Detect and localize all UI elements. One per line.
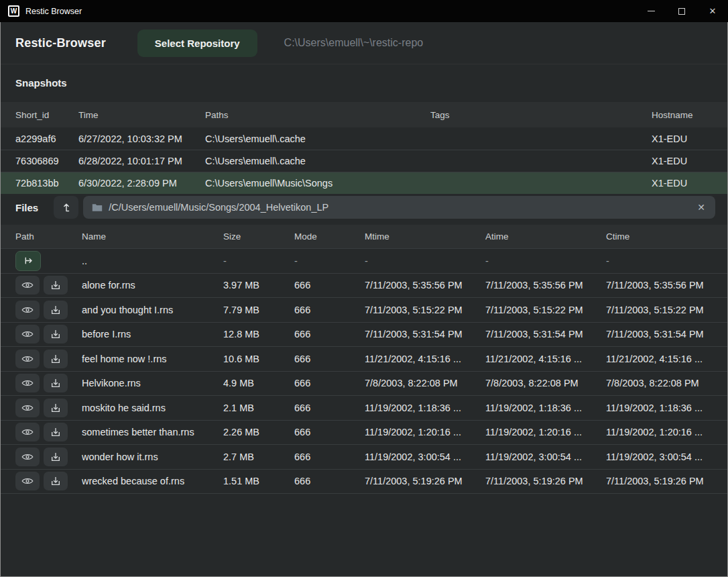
file-ctime: 7/11/2003, 5:19:26 PM <box>606 476 713 486</box>
column-mode: Mode <box>294 231 365 242</box>
file-ctime: 7/11/2003, 5:35:56 PM <box>606 280 713 291</box>
file-row: moskito he said.rns2.1 MB66611/19/2002, … <box>1 395 727 420</box>
preview-file-button[interactable] <box>15 374 40 392</box>
file-row-actions <box>15 423 82 441</box>
file-atime: 11/21/2002, 4:15:16 ... <box>485 354 606 364</box>
maximize-button[interactable] <box>666 0 697 22</box>
file-mode: 666 <box>294 280 365 291</box>
download-icon <box>50 378 61 388</box>
files-table-header: Path Name Size Mode Mtime Atime Ctime <box>1 225 727 248</box>
files-bar: Files /C/Users/emuell/Music/Songs/2004_H… <box>1 194 727 225</box>
preview-file-button[interactable] <box>15 448 40 466</box>
file-atime: 11/19/2002, 3:00:54 ... <box>485 452 606 462</box>
download-file-button[interactable] <box>44 350 68 368</box>
file-mode: 666 <box>294 476 365 486</box>
snapshot-row[interactable]: 72b813bb6/30/2022, 2:28:09 PMC:\Users\em… <box>1 172 727 194</box>
download-icon <box>50 280 61 291</box>
go-parent-directory-button[interactable] <box>15 251 41 271</box>
file-size: - <box>223 256 294 266</box>
column-paths: Paths <box>205 110 430 120</box>
file-size: 10.6 MB <box>223 354 294 364</box>
column-path: Path <box>15 231 82 242</box>
select-repository-button[interactable]: Select Repository <box>137 30 257 57</box>
minimize-icon <box>648 11 655 11</box>
files-table-body: ..-----alone for.rns3.97 MB6667/11/2003,… <box>1 248 727 494</box>
maximize-icon <box>678 8 685 15</box>
preview-file-button[interactable] <box>15 472 40 490</box>
file-mode: 666 <box>294 305 365 315</box>
file-row: feel home now !.rns10.6 MB66611/21/2002,… <box>1 346 727 371</box>
file-atime: 11/19/2002, 1:20:16 ... <box>485 427 606 437</box>
download-file-button[interactable] <box>44 399 68 417</box>
snapshot-time: 6/27/2022, 10:03:32 PM <box>78 134 205 144</box>
file-row: Helvikone.rns4.9 MB6667/8/2003, 8:22:08 … <box>1 371 727 396</box>
parent-directory-row: ..----- <box>1 248 727 273</box>
preview-file-button[interactable] <box>15 276 40 295</box>
file-mtime: 7/11/2003, 5:19:26 PM <box>365 476 485 486</box>
preview-file-button[interactable] <box>15 423 40 441</box>
window-controls: ✕ <box>635 0 728 22</box>
up-directory-button[interactable] <box>54 196 78 219</box>
file-ctime: 7/8/2003, 8:22:08 PM <box>606 378 713 388</box>
file-size: 7.79 MB <box>223 305 294 315</box>
file-size: 4.9 MB <box>223 378 294 388</box>
snapshot-time: 6/28/2022, 10:01:17 PM <box>78 156 205 166</box>
file-row-actions <box>15 399 82 417</box>
file-row-actions <box>15 350 82 368</box>
file-name: wrecked because of.rns <box>82 476 223 486</box>
empty-area <box>1 494 727 576</box>
file-row-actions <box>15 448 82 466</box>
file-mode: - <box>294 256 365 266</box>
file-size: 2.7 MB <box>223 452 294 462</box>
file-row-actions <box>15 276 82 295</box>
download-file-button[interactable] <box>44 276 68 295</box>
preview-file-button[interactable] <box>15 399 40 417</box>
snapshot-paths: C:\Users\emuell\.cache <box>205 156 430 166</box>
download-icon <box>50 329 61 339</box>
file-row-actions <box>15 301 82 319</box>
download-file-button[interactable] <box>44 448 68 466</box>
download-file-button[interactable] <box>44 301 68 319</box>
file-path-input[interactable]: /C/Users/emuell/Music/Songs/2004_Helveti… <box>83 196 715 219</box>
preview-file-button[interactable] <box>15 301 40 319</box>
snapshot-paths: C:\Users\emuell\.cache <box>205 134 430 144</box>
file-mtime: 7/11/2003, 5:35:56 PM <box>365 280 485 291</box>
snapshot-short-id: 72b813bb <box>15 178 78 189</box>
snapshot-hostname: X1-EDU <box>652 134 713 144</box>
file-atime: 7/11/2003, 5:35:56 PM <box>485 280 606 291</box>
arrow-up-right-icon <box>23 256 34 266</box>
download-icon <box>50 305 61 315</box>
file-mtime: 11/19/2002, 1:20:16 ... <box>365 427 485 437</box>
file-ctime: 11/19/2002, 3:00:54 ... <box>606 452 713 462</box>
file-atime: - <box>485 256 606 266</box>
file-name: .. <box>82 256 223 266</box>
column-time: Time <box>78 110 205 120</box>
clear-path-button[interactable]: ✕ <box>696 202 707 213</box>
download-file-button[interactable] <box>44 472 68 490</box>
file-atime: 11/19/2002, 1:18:36 ... <box>485 403 606 413</box>
file-ctime: 11/19/2002, 1:20:16 ... <box>606 427 713 437</box>
wails-logo-icon: W <box>8 5 19 17</box>
download-file-button[interactable] <box>44 325 68 344</box>
file-mtime: 7/11/2003, 5:31:54 PM <box>365 329 485 339</box>
column-mtime: Mtime <box>365 231 485 242</box>
column-name: Name <box>82 231 223 242</box>
download-file-button[interactable] <box>44 423 68 441</box>
minimize-button[interactable] <box>635 0 666 22</box>
folder-icon <box>92 203 103 212</box>
file-name: alone for.rns <box>82 280 223 291</box>
file-row: wonder how it.rns2.7 MB66611/19/2002, 3:… <box>1 444 727 469</box>
download-file-button[interactable] <box>44 374 68 392</box>
snapshot-row[interactable]: 763068696/28/2022, 10:01:17 PMC:\Users\e… <box>1 150 727 172</box>
preview-file-button[interactable] <box>15 350 40 368</box>
close-button[interactable]: ✕ <box>697 0 728 22</box>
file-name: wonder how it.rns <box>82 452 223 462</box>
preview-file-button[interactable] <box>15 325 40 344</box>
file-atime: 7/11/2003, 5:31:54 PM <box>485 329 606 339</box>
snapshot-row[interactable]: a2299af66/27/2022, 10:03:32 PMC:\Users\e… <box>1 127 727 150</box>
file-mtime: 11/19/2002, 3:00:54 ... <box>365 452 485 462</box>
app-window: W Restic Browser ✕ Restic-Browser Select… <box>0 0 728 577</box>
snapshots-table-header: Short_id Time Paths Tags Hostname <box>1 102 727 127</box>
file-name: Helvikone.rns <box>82 378 223 388</box>
file-name: feel home now !.rns <box>82 354 223 364</box>
